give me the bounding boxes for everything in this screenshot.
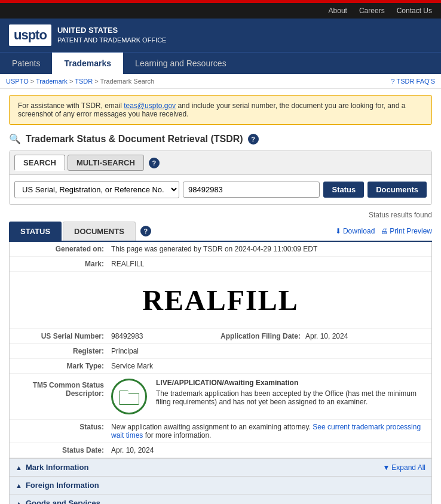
svg-rect-2	[120, 394, 139, 404]
nav-learning[interactable]: Learning and Resources	[123, 53, 238, 74]
main-content: For assistance with TSDR, email teas@usp…	[0, 89, 441, 504]
search-tabs: SEARCH MULTI-SEARCH ? US Serial, Registr…	[9, 150, 432, 205]
status-date-row: Status Date: Apr. 10, 2024	[10, 443, 431, 458]
generated-on-row: Generated on: This page was generated by…	[10, 242, 431, 257]
breadcrumb-bar: USPTO > Trademark > TSDR > Trademark Sea…	[0, 74, 441, 89]
breadcrumb-uspto[interactable]: USPTO	[6, 78, 29, 85]
mark-value: REALFILL	[111, 260, 425, 268]
breadcrumb-trademark[interactable]: Trademark	[36, 78, 68, 85]
mark-label: Mark:	[16, 260, 111, 268]
logo-area: uspto UNITED STATES PATENT AND TRADEMARK…	[9, 24, 166, 46]
status-value: New application awaiting assignment to a…	[111, 423, 425, 440]
tm5-status-desc: The trademark application has been accep…	[156, 389, 425, 406]
tm5-content: LIVE/APPLICATION/Awaiting Examination Th…	[111, 379, 425, 414]
status-text-after: for more information.	[143, 431, 211, 440]
tab-actions: ⬇ Download 🖨 Print Preview	[335, 227, 432, 235]
status-row: Status: New application awaiting assignm…	[10, 420, 431, 443]
tsdr-help-icon[interactable]: ?	[248, 134, 259, 145]
alert-box: For assistance with TSDR, email teas@usp…	[9, 95, 432, 125]
arrow-icon-2: ▲	[16, 482, 22, 489]
multi-search-tab[interactable]: MULTI-SEARCH	[68, 155, 144, 171]
main-nav: Patents Trademarks Learning and Resource…	[0, 52, 441, 74]
tm5-text: LIVE/APPLICATION/Awaiting Examination Th…	[156, 379, 425, 414]
register-value: Principal	[111, 347, 425, 355]
download-action[interactable]: ⬇ Download	[335, 227, 375, 235]
breadcrumb-current: Trademark Search	[100, 78, 154, 85]
section-mark-label: Mark Information	[26, 463, 88, 472]
filing-date-label: Application Filing Date:	[220, 332, 305, 340]
serial-left: US Serial Number: 98492983	[16, 332, 220, 340]
question-icon: ?	[391, 78, 394, 85]
mark-display-text: REALFILL	[22, 284, 419, 316]
magnifier-icon: 🔍	[9, 133, 21, 145]
top-bar: About Careers Contact Us	[0, 3, 441, 19]
results-bar: Status results found	[9, 211, 432, 219]
section-foreign-info[interactable]: ▲ Foreign Information	[10, 476, 431, 494]
section-goods-services[interactable]: ▲ Goods and Services	[10, 494, 431, 504]
alert-email-link[interactable]: teas@uspto.gov	[124, 102, 176, 110]
search-type-select[interactable]: US Serial, Registration, or Reference No…	[14, 181, 179, 198]
tab-status[interactable]: STATUS	[9, 222, 62, 241]
section-goods-label: Goods and Services	[26, 499, 100, 504]
mark-type-label: Mark Type:	[16, 362, 111, 370]
mark-type-row: Mark Type: Service Mark	[10, 359, 431, 374]
search-tab[interactable]: SEARCH	[14, 155, 65, 171]
tm5-label: TM5 Common StatusDescriptor:	[16, 379, 111, 414]
status-text-before: New application awaiting assignment to a…	[111, 423, 313, 431]
serial-filing-row: US Serial Number: 98492983 Application F…	[10, 329, 431, 344]
register-row: Register: Principal	[10, 344, 431, 359]
results-found-text: Status results found	[369, 211, 432, 219]
contact-link[interactable]: Contact Us	[397, 7, 432, 15]
faq-link[interactable]: ? TSDR FAQ'S	[391, 78, 435, 85]
site-header: uspto UNITED STATES PATENT AND TRADEMARK…	[0, 19, 441, 52]
breadcrumb-tsdr[interactable]: TSDR	[75, 78, 93, 85]
status-date-label: Status Date:	[16, 446, 111, 454]
alert-text-before: For assistance with TSDR, email	[18, 102, 124, 110]
result-help-icon[interactable]: ?	[140, 226, 151, 236]
search-row: US Serial, Registration, or Reference No…	[10, 175, 431, 204]
svg-rect-3	[120, 391, 128, 394]
expand-icon: ▼	[382, 463, 390, 472]
filing-right: Application Filing Date: Apr. 10, 2024	[220, 332, 425, 340]
download-icon: ⬇	[335, 227, 341, 235]
logo: uspto	[9, 24, 51, 46]
serial-value: 98492983	[111, 332, 143, 340]
tsdr-section-title: 🔍 Trademark Status & Document Retrieval …	[9, 133, 432, 145]
search-help-icon[interactable]: ?	[149, 158, 160, 168]
mark-label-row: Mark: REALFILL	[10, 257, 431, 272]
tab-documents[interactable]: DOCUMENTS	[63, 222, 136, 241]
mark-type-value: Service Mark	[111, 362, 425, 370]
tm5-status-title: LIVE/APPLICATION/Awaiting Examination	[156, 379, 425, 387]
arrow-icon: ▲	[16, 464, 22, 471]
folder-icon	[119, 388, 139, 405]
status-label: Status:	[16, 423, 111, 440]
expand-all[interactable]: ▼ Expand All	[382, 463, 425, 472]
careers-link[interactable]: Careers	[359, 7, 385, 15]
content-area: Generated on: This page was generated by…	[9, 242, 432, 504]
print-action[interactable]: 🖨 Print Preview	[381, 227, 432, 235]
tab-bar: SEARCH MULTI-SEARCH ?	[10, 151, 431, 175]
tm5-row: TM5 Common StatusDescriptor: LIVE/APPLIC…	[10, 374, 431, 420]
agency-name: UNITED STATES PATENT AND TRADEMARK OFFIC…	[57, 25, 167, 45]
status-button[interactable]: Status	[323, 182, 364, 198]
about-link[interactable]: About	[329, 7, 347, 15]
tm5-status-icon	[111, 379, 147, 414]
search-input[interactable]	[183, 182, 320, 198]
breadcrumb: USPTO > Trademark > TSDR > Trademark Sea…	[6, 78, 154, 85]
nav-patents[interactable]: Patents	[0, 53, 52, 74]
generated-on-label: Generated on:	[16, 245, 111, 253]
section-foreign-label: Foreign Information	[26, 481, 99, 490]
generated-on-value: This page was generated by TSDR on 2024-…	[111, 245, 425, 253]
page-title: Trademark Status & Document Retrieval (T…	[26, 134, 243, 145]
register-label: Register:	[16, 347, 111, 355]
mark-display: REALFILL	[10, 272, 431, 329]
filing-date-value: Apr. 10, 2024	[305, 332, 348, 340]
serial-label: US Serial Number:	[16, 332, 111, 340]
status-date-value: Apr. 10, 2024	[111, 446, 425, 454]
section-mark-info[interactable]: ▲ Mark Information ▼ Expand All	[10, 458, 431, 476]
nav-trademarks[interactable]: Trademarks	[52, 53, 123, 74]
arrow-icon-3: ▲	[16, 500, 22, 505]
result-tabs: STATUS DOCUMENTS ? ⬇ Download 🖨 Print Pr…	[9, 222, 432, 242]
documents-button[interactable]: Documents	[368, 182, 427, 198]
print-icon: 🖨	[381, 227, 388, 235]
